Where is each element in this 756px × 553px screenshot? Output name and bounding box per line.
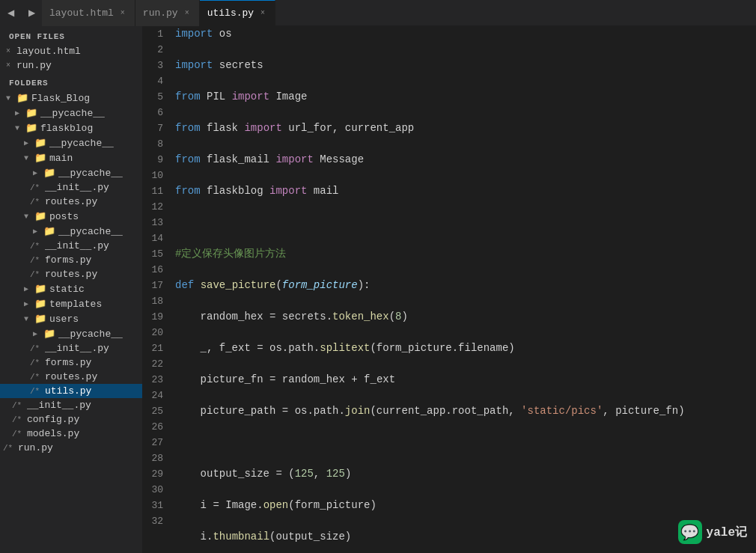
chevron-right-icon: ▶ xyxy=(21,138,31,147)
folder-icon: 📁 xyxy=(34,313,46,325)
file-posts-forms[interactable]: /* forms.py xyxy=(0,253,142,267)
folder-pycache-1[interactable]: ▶ 📁 __pycache__ xyxy=(0,106,142,120)
folder-icon: 📁 xyxy=(34,283,46,295)
folder-label: static xyxy=(49,284,85,295)
folder-users[interactable]: ▼ 📁 users xyxy=(0,311,142,326)
open-file-run[interactable]: × run.py xyxy=(0,58,142,73)
file-label: __init__.py xyxy=(45,182,109,193)
chevron-right-icon: ▶ xyxy=(21,299,31,308)
file-icon: /* xyxy=(30,270,42,279)
folder-icon: 📁 xyxy=(34,137,46,149)
tab-label: utils.py xyxy=(207,7,254,19)
file-icon: /* xyxy=(30,344,42,353)
file-label: run.py xyxy=(18,442,53,453)
file-users-utils[interactable]: /* utils.py xyxy=(0,384,142,398)
file-icon: /* xyxy=(30,198,42,207)
folder-label: __pycache__ xyxy=(58,168,123,179)
folder-icon: 📁 xyxy=(25,107,37,119)
nav-prev-button[interactable]: ◀ xyxy=(0,0,21,26)
tab-close-run[interactable]: × xyxy=(183,7,192,19)
folder-main[interactable]: ▼ 📁 main xyxy=(0,150,142,165)
file-posts-routes[interactable]: /* routes.py xyxy=(0,267,142,281)
tab-run-py[interactable]: run.py × xyxy=(135,0,200,26)
file-label: models.py xyxy=(27,428,79,439)
chevron-down-icon: ▼ xyxy=(21,154,31,162)
file-label: routes.py xyxy=(45,196,97,207)
file-label: forms.py xyxy=(45,357,91,368)
chevron-right-icon: ▶ xyxy=(12,109,22,117)
folder-pycache-4[interactable]: ▶ 📁 __pycache__ xyxy=(0,224,142,239)
chevron-right-icon: ▶ xyxy=(30,227,40,236)
file-models[interactable]: /* models.py xyxy=(0,427,142,441)
file-icon: /* xyxy=(12,401,24,410)
tab-close-utils[interactable]: × xyxy=(258,7,267,19)
tab-bar: ◀ ▶ layout.html × run.py × utils.py × xyxy=(0,0,756,26)
file-run[interactable]: /* run.py xyxy=(0,441,142,455)
watermark-text: yale记 xyxy=(707,525,747,540)
file-icon: /* xyxy=(30,358,42,367)
file-label: routes.py xyxy=(45,269,97,280)
folder-label: __pycache__ xyxy=(58,329,123,340)
folder-label: __pycache__ xyxy=(49,138,114,149)
folder-label: posts xyxy=(49,211,79,222)
tab-layout-html[interactable]: layout.html × xyxy=(42,0,135,26)
line-numbers: 1 2 3 4 5 6 7 8 9 10 11 12 13 14 15 16 1… xyxy=(142,26,172,553)
close-icon: × xyxy=(3,61,13,70)
open-file-layout[interactable]: × layout.html xyxy=(0,44,142,58)
nav-next-button[interactable]: ▶ xyxy=(21,0,42,26)
file-label: utils.py xyxy=(45,385,91,397)
file-flaskblog-init[interactable]: /* __init__.py xyxy=(0,398,142,412)
chevron-right-icon: ▶ xyxy=(30,168,40,177)
folder-pycache-5[interactable]: ▶ 📁 __pycache__ xyxy=(0,326,142,341)
folder-templates[interactable]: ▶ 📁 templates xyxy=(0,296,142,311)
folder-flask-blog[interactable]: ▼ 📁 Flask_Blog xyxy=(0,91,142,106)
folder-icon: 📁 xyxy=(43,225,55,237)
open-files-header: OPEN FILES xyxy=(0,26,142,44)
file-posts-init[interactable]: /* __init__.py xyxy=(0,239,142,253)
folder-icon: 📁 xyxy=(34,152,46,164)
file-config[interactable]: /* config.py xyxy=(0,412,142,427)
tab-utils-py[interactable]: utils.py × xyxy=(200,0,275,26)
folder-icon: 📁 xyxy=(34,298,46,310)
folder-flaskblog[interactable]: ▼ 📁 flaskblog xyxy=(0,120,142,135)
folder-icon: 📁 xyxy=(16,92,28,104)
file-icon: /* xyxy=(30,256,42,265)
file-label: __init__.py xyxy=(45,240,109,251)
chevron-down-icon: ▼ xyxy=(21,315,31,323)
file-label: forms.py xyxy=(45,254,91,266)
folder-label: main xyxy=(49,153,73,164)
folder-pycache-3[interactable]: ▶ 📁 __pycache__ xyxy=(0,165,142,180)
folders-header: FOLDERS xyxy=(0,73,142,91)
code-editor[interactable]: import os import secrets from PIL import… xyxy=(172,26,756,553)
folder-label: __pycache__ xyxy=(58,226,123,237)
file-main-routes[interactable]: /* routes.py xyxy=(0,195,142,209)
folder-label: templates xyxy=(49,299,102,310)
chevron-down-icon: ▼ xyxy=(12,124,22,132)
tab-label: run.py xyxy=(143,7,178,19)
file-icon: /* xyxy=(30,373,42,382)
folder-static[interactable]: ▶ 📁 static xyxy=(0,281,142,296)
file-label: layout.html xyxy=(16,46,81,57)
folder-label: __pycache__ xyxy=(40,108,105,119)
file-icon: /* xyxy=(12,415,24,424)
chevron-down-icon: ▼ xyxy=(21,213,31,221)
file-label: config.py xyxy=(27,414,79,425)
folder-icon: 📁 xyxy=(43,328,55,340)
tab-close-layout[interactable]: × xyxy=(118,7,127,19)
main-area: OPEN FILES × layout.html × run.py FOLDER… xyxy=(0,26,756,553)
file-users-forms[interactable]: /* forms.py xyxy=(0,355,142,370)
sidebar: OPEN FILES × layout.html × run.py FOLDER… xyxy=(0,26,142,553)
folder-pycache-2[interactable]: ▶ 📁 __pycache__ xyxy=(0,135,142,150)
chevron-down-icon: ▼ xyxy=(3,94,13,103)
file-users-routes[interactable]: /* routes.py xyxy=(0,370,142,384)
folder-icon: 📁 xyxy=(25,122,37,134)
file-icon: /* xyxy=(30,242,42,251)
file-main-init[interactable]: /* __init__.py xyxy=(0,180,142,195)
file-label: run.py xyxy=(16,60,52,71)
code-container[interactable]: 1 2 3 4 5 6 7 8 9 10 11 12 13 14 15 16 1… xyxy=(142,26,756,553)
file-label: __init__.py xyxy=(27,400,91,411)
close-icon: × xyxy=(3,47,13,55)
folder-posts[interactable]: ▼ 📁 posts xyxy=(0,209,142,224)
file-icon: /* xyxy=(3,444,15,453)
file-users-init[interactable]: /* __init__.py xyxy=(0,341,142,355)
